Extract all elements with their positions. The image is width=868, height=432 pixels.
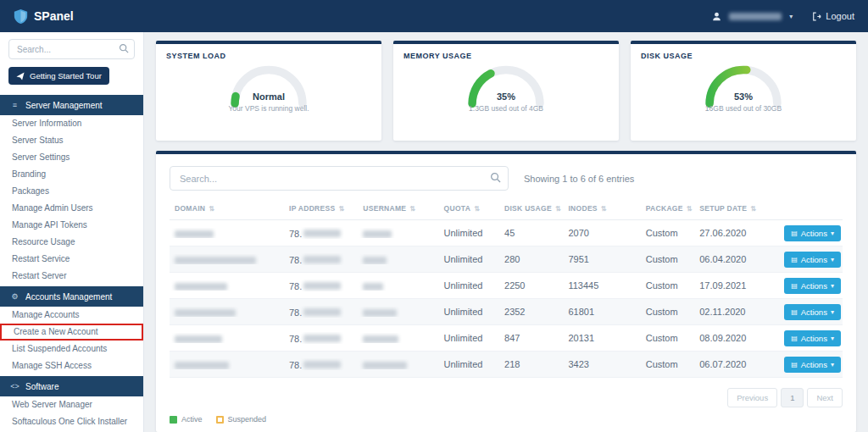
disk-usage-cell: 847 bbox=[499, 333, 563, 343]
sidebar-item-web-server-manager[interactable]: Web Server Manager bbox=[0, 396, 143, 413]
gauge-subtitle: Your VPS is running well. bbox=[228, 104, 309, 113]
disk-usage-card: DISK USAGE 53% 16GB used out of 30GB bbox=[631, 41, 856, 141]
edit-icon: ▤ bbox=[791, 282, 798, 290]
quota-cell: Unlimited bbox=[439, 228, 499, 238]
quota-cell: Unlimited bbox=[439, 359, 499, 369]
sidebar-item-create-a-new-account[interactable]: Create a New Account bbox=[0, 324, 143, 341]
chevron-down-icon: ▾ bbox=[831, 230, 834, 237]
sort-icon: ⇅ bbox=[687, 205, 693, 213]
chevron-down-icon[interactable]: ▾ bbox=[789, 13, 793, 20]
inodes-cell: 113445 bbox=[563, 280, 640, 291]
domain-cell bbox=[170, 254, 284, 264]
sidebar-section-server-management[interactable]: ≡ Server Management bbox=[0, 95, 143, 115]
sidebar-item-restart-service[interactable]: Restart Service bbox=[0, 251, 143, 268]
sidebar-search bbox=[8, 39, 135, 59]
package-cell: Custom bbox=[641, 307, 695, 317]
domain-cell bbox=[170, 228, 284, 238]
domain-cell bbox=[170, 307, 284, 317]
actions-button[interactable]: ▤Actions▾ bbox=[784, 278, 841, 294]
quota-cell: Unlimited bbox=[439, 280, 499, 291]
column-header-package[interactable]: PACKAGE⇅ bbox=[641, 204, 695, 213]
table-search-input[interactable] bbox=[170, 166, 509, 191]
username-redacted[interactable] bbox=[729, 13, 782, 20]
sidebar-item-packages[interactable]: Packages bbox=[0, 183, 143, 200]
inodes-cell: 3423 bbox=[563, 359, 640, 369]
column-header-inodes[interactable]: INODES⇅ bbox=[563, 204, 640, 213]
section-label: Software bbox=[25, 382, 58, 391]
gear-icon: ⚙ bbox=[10, 292, 19, 301]
code-icon: <> bbox=[10, 382, 19, 390]
actions-button[interactable]: ▤Actions▾ bbox=[784, 252, 841, 268]
getting-started-tour-button[interactable]: Getting Started Tour bbox=[8, 67, 109, 85]
package-cell: Custom bbox=[641, 254, 695, 264]
logout-button[interactable]: Logout bbox=[812, 11, 854, 21]
edit-icon: ▤ bbox=[791, 230, 798, 237]
suspended-status-icon bbox=[216, 416, 224, 424]
username-cell bbox=[358, 307, 438, 317]
sidebar-item-server-information[interactable]: Server Information bbox=[0, 115, 143, 132]
username-cell bbox=[358, 228, 438, 238]
actions-button[interactable]: ▤Actions▾ bbox=[784, 357, 841, 373]
sort-icon: ⇅ bbox=[750, 205, 756, 213]
quota-cell: Unlimited bbox=[439, 307, 499, 317]
table-search bbox=[170, 166, 509, 191]
showing-entries-text: Showing 1 to 6 of 6 entries bbox=[524, 174, 634, 184]
sidebar-item-list-suspended-accounts[interactable]: List Suspended Accounts bbox=[0, 341, 143, 357]
column-header-disk-usage[interactable]: DISK USAGE⇅ bbox=[499, 204, 563, 213]
column-header-ip-address[interactable]: IP ADDRESS⇅ bbox=[284, 204, 358, 213]
sidebar-item-resource-usage[interactable]: Resource Usage bbox=[0, 234, 143, 251]
pagination-previous-button[interactable]: Previous bbox=[727, 388, 777, 407]
tour-plane-icon bbox=[16, 72, 25, 80]
disk-usage-cell: 2250 bbox=[499, 280, 563, 291]
sidebar: Getting Started Tour ≡ Server Management… bbox=[0, 32, 144, 432]
sidebar-item-server-settings[interactable]: Server Settings bbox=[0, 149, 143, 166]
column-header-quota[interactable]: QUOTA⇅ bbox=[439, 204, 499, 213]
gauge-subtitle: 1.3GB used out of 4GB bbox=[469, 104, 543, 113]
sidebar-search-input[interactable] bbox=[8, 39, 135, 59]
setup-date-cell: 08.09.2020 bbox=[694, 333, 775, 343]
sidebar-item-restart-server[interactable]: Restart Server bbox=[0, 268, 143, 285]
status-legend: Active Suspended bbox=[170, 415, 843, 424]
quota-cell: Unlimited bbox=[439, 254, 499, 264]
edit-icon: ▤ bbox=[791, 361, 798, 368]
search-icon bbox=[490, 172, 501, 183]
disk-usage-cell: 280 bbox=[499, 254, 563, 264]
section-label: Server Management bbox=[25, 101, 103, 110]
setup-date-cell: 17.09.2021 bbox=[694, 280, 775, 291]
shield-logo-icon bbox=[14, 8, 28, 25]
sidebar-item-manage-ssh-access[interactable]: Manage SSH Access bbox=[0, 357, 143, 374]
brand-logo[interactable]: SPanel bbox=[14, 8, 74, 25]
chevron-down-icon: ▾ bbox=[831, 256, 834, 263]
sort-icon: ⇅ bbox=[474, 205, 480, 213]
column-header-setup-date[interactable]: SETUP DATE⇅ bbox=[694, 204, 775, 213]
sidebar-item-manage-accounts[interactable]: Manage Accounts bbox=[0, 307, 143, 324]
chevron-down-icon: ▾ bbox=[831, 308, 834, 316]
account-row: 78. Unlimited 2250 113445 Custom 17.09.2… bbox=[170, 273, 843, 299]
sidebar-section-accounts-management[interactable]: ⚙ Accounts Management bbox=[0, 286, 143, 307]
sidebar-item-softaculous-one-click-installer[interactable]: Softaculous One Click Installer bbox=[0, 413, 143, 430]
actions-button[interactable]: ▤Actions▾ bbox=[784, 304, 841, 320]
pagination-page-1-button[interactable]: 1 bbox=[781, 388, 804, 407]
ip-cell: 78. bbox=[284, 332, 358, 343]
card-title: MEMORY USAGE bbox=[403, 52, 609, 60]
sidebar-item-manage-admin-users[interactable]: Manage Admin Users bbox=[0, 200, 143, 217]
column-header-domain[interactable]: DOMAIN⇅ bbox=[170, 204, 284, 213]
sidebar-item-manage-api-tokens[interactable]: Manage API Tokens bbox=[0, 217, 143, 234]
sidebar-item-branding[interactable]: Branding bbox=[0, 166, 143, 183]
column-header-username[interactable]: USERNAME⇅ bbox=[358, 204, 438, 213]
package-cell: Custom bbox=[641, 280, 695, 291]
accounts-table-card: Showing 1 to 6 of 6 entries DOMAIN⇅ IP A… bbox=[156, 151, 856, 432]
pagination-next-button[interactable]: Next bbox=[807, 388, 843, 407]
sort-icon: ⇅ bbox=[601, 205, 607, 213]
main-content: SYSTEM LOAD Normal Your VPS is running w… bbox=[144, 32, 868, 432]
sidebar-item-server-status[interactable]: Server Status bbox=[0, 132, 143, 149]
edit-icon: ▤ bbox=[791, 308, 798, 316]
gauge-value: Normal bbox=[253, 91, 285, 102]
actions-button[interactable]: ▤Actions▾ bbox=[784, 330, 841, 346]
account-row: 78. Unlimited 45 2070 Custom 27.06.2020 … bbox=[170, 220, 843, 246]
section-label: Accounts Management bbox=[25, 292, 112, 302]
actions-button[interactable]: ▤Actions▾ bbox=[784, 225, 841, 241]
setup-date-cell: 27.06.2020 bbox=[694, 228, 775, 238]
sidebar-section-software[interactable]: <> Software bbox=[0, 376, 143, 396]
logout-label: Logout bbox=[826, 11, 854, 21]
